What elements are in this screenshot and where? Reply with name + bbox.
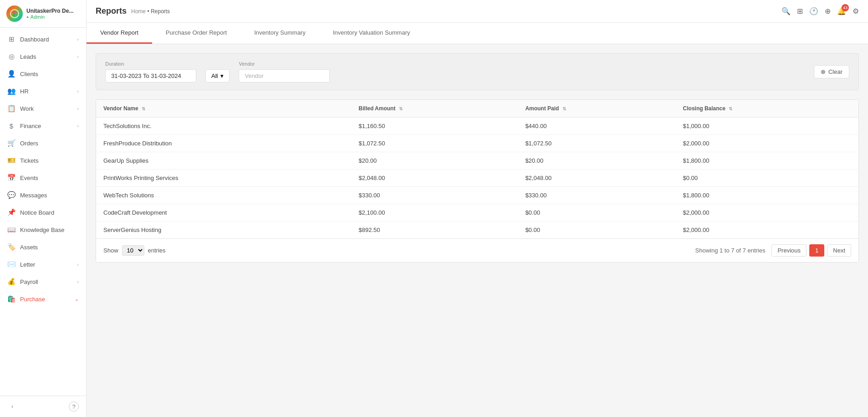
sidebar-item-notice-board[interactable]: 📌 Notice Board (0, 204, 86, 221)
cell-billed-amount: $330.00 (352, 187, 518, 204)
cell-amount-paid: $0.00 (518, 204, 675, 221)
tab-inventory-summary[interactable]: Inventory Summary (240, 23, 319, 44)
sidebar-item-assets[interactable]: 🏷️ Assets (0, 238, 86, 256)
sidebar-item-label-hr: HR (20, 88, 29, 95)
sort-icon-vendor-name: ⇅ (142, 106, 145, 111)
orders-icon: 🛒 (7, 139, 15, 147)
help-icon[interactable]: ? (69, 402, 79, 412)
col-billed-amount[interactable]: Billed Amount ⇅ (352, 100, 518, 118)
cell-closing-balance: $1,000.00 (676, 118, 858, 135)
clients-icon: 👤 (7, 70, 15, 78)
events-icon: 📅 (7, 174, 15, 182)
sidebar-item-label-dashboard: Dashboard (20, 36, 49, 43)
sort-icon-amount-paid: ⇅ (562, 106, 566, 111)
sidebar-item-label-tickets: Tickets (20, 157, 39, 164)
duration-input[interactable]: 31-03-2023 To 31-03-2024 (105, 69, 196, 82)
sidebar-item-label-messages: Messages (20, 192, 47, 199)
vendor-table: Vendor Name ⇅ Billed Amount ⇅ Amount Pai… (96, 100, 858, 238)
cell-vendor-name: WebTech Solutions (96, 187, 352, 204)
chevron-icon-work: › (77, 106, 79, 111)
sidebar-item-leads[interactable]: ◎ Leads › (0, 48, 86, 65)
sidebar-item-orders[interactable]: 🛒 Orders (0, 134, 86, 152)
search-icon[interactable]: 🔍 (781, 7, 791, 15)
topbar: Reports Home • Reports 🔍 ⊞ 🕐 ⊕ 🔔 43 ⚙ (87, 0, 868, 23)
logo-icon (6, 5, 23, 22)
app-logo: UnitaskerPro De... Admin (0, 0, 86, 28)
tickets-icon: 🎫 (7, 156, 15, 165)
cell-amount-paid: $20.00 (518, 152, 675, 170)
grid-icon[interactable]: ⊞ (797, 7, 803, 15)
chevron-icon-letter: › (77, 262, 79, 267)
clear-x-icon: ⊗ (821, 68, 826, 75)
tab-inventory-valuation-summary[interactable]: Inventory Valuation Summary (319, 23, 424, 44)
sidebar-item-work[interactable]: 📋 Work › (0, 100, 86, 117)
notification-icon[interactable]: 🔔 43 (837, 7, 846, 15)
collapse-sidebar-button[interactable]: ‹ (7, 402, 17, 412)
clear-button[interactable]: ⊗ Clear (814, 65, 849, 78)
current-page-button[interactable]: 1 (809, 244, 824, 257)
table-row: CodeCraft Development $2,100.00 $0.00 $2… (96, 204, 858, 221)
breadcrumb-home[interactable]: Home (131, 8, 146, 15)
entries-per-page-select[interactable]: 10 25 50 (122, 245, 144, 256)
sidebar-item-label-payroll: Payroll (20, 278, 38, 285)
sidebar-item-finance[interactable]: $ Finance › (0, 117, 86, 134)
show-entries: Show 10 25 50 entries (103, 245, 166, 256)
sidebar-item-tickets[interactable]: 🎫 Tickets (0, 152, 86, 169)
messages-icon: 💬 (7, 191, 15, 199)
col-vendor-name[interactable]: Vendor Name ⇅ (96, 100, 352, 118)
tab-purchase-order-report[interactable]: Purchase Order Report (152, 23, 240, 44)
sidebar-item-label-finance: Finance (20, 123, 41, 129)
purchase-icon: 🛍️ (7, 295, 15, 303)
sidebar-item-letter[interactable]: ✉️ Letter › (0, 256, 86, 273)
cell-amount-paid: $1,072.50 (518, 135, 675, 152)
chevron-icon-purchase: ⌄ (75, 296, 79, 302)
cell-vendor-name: GearUp Supplies (96, 152, 352, 170)
sidebar-item-label-notice-board: Notice Board (20, 209, 54, 216)
dropdown-arrow-icon: ▾ (220, 72, 224, 79)
table-row: WebTech Solutions $330.00 $330.00 $1,800… (96, 187, 858, 204)
filter-bar: Duration 31-03-2023 To 31-03-2024 All ▾ … (96, 53, 859, 90)
col-amount-paid[interactable]: Amount Paid ⇅ (518, 100, 675, 118)
cell-vendor-name: PrintWorks Printing Services (96, 170, 352, 187)
sort-icon-closing-balance: ⇅ (729, 106, 732, 111)
previous-button[interactable]: Previous (771, 244, 807, 257)
chevron-icon-dashboard: › (77, 36, 79, 42)
plus-icon[interactable]: ⊕ (825, 7, 831, 15)
settings-icon[interactable]: ⚙ (853, 7, 859, 15)
vendor-input[interactable]: Vendor (239, 69, 330, 82)
sidebar-item-messages[interactable]: 💬 Messages (0, 186, 86, 204)
col-closing-balance[interactable]: Closing Balance ⇅ (676, 100, 858, 118)
cell-closing-balance: $1,800.00 (676, 187, 858, 204)
cell-closing-balance: $2,000.00 (676, 135, 858, 152)
table-row: PrintWorks Printing Services $2,048.00 $… (96, 170, 858, 187)
sidebar-item-hr[interactable]: 👥 HR › (0, 82, 86, 100)
sidebar-item-dashboard[interactable]: ⊞ Dashboard › (0, 31, 86, 48)
clock-icon[interactable]: 🕐 (809, 7, 818, 15)
sidebar-item-label-work: Work (20, 105, 34, 112)
table-header: Vendor Name ⇅ Billed Amount ⇅ Amount Pai… (96, 100, 858, 118)
sidebar-item-knowledge-base[interactable]: 📖 Knowledge Base (0, 221, 86, 238)
sidebar-footer: ‹ ? (0, 396, 86, 417)
chevron-icon-leads: › (77, 54, 79, 59)
vendor-table-container: Vendor Name ⇅ Billed Amount ⇅ Amount Pai… (96, 99, 859, 263)
cell-closing-balance: $2,000.00 (676, 221, 858, 239)
all-dropdown-group: All ▾ (205, 69, 230, 82)
sidebar-item-payroll[interactable]: 💰 Payroll › (0, 273, 86, 290)
next-button[interactable]: Next (827, 244, 851, 257)
notification-badge: 43 (842, 4, 849, 11)
cell-vendor-name: FreshProduce Distribution (96, 135, 352, 152)
sort-icon-billed-amount: ⇅ (399, 106, 403, 111)
tab-vendor-report[interactable]: Vendor Report (87, 23, 152, 44)
page-title: Reports (96, 6, 127, 16)
report-body: Duration 31-03-2023 To 31-03-2024 All ▾ … (87, 44, 868, 272)
table-body: TechSolutions Inc. $1,160.50 $440.00 $1,… (96, 118, 858, 239)
sidebar-item-label-events: Events (20, 175, 38, 181)
sidebar-item-purchase[interactable]: 🛍️ Purchase ⌄ (0, 290, 86, 308)
cell-vendor-name: CodeCraft Development (96, 204, 352, 221)
all-dropdown[interactable]: All ▾ (205, 69, 230, 82)
table-row: FreshProduce Distribution $1,072.50 $1,0… (96, 135, 858, 152)
chevron-icon-payroll: › (77, 279, 79, 284)
sidebar-item-clients[interactable]: 👤 Clients (0, 65, 86, 82)
sidebar-item-events[interactable]: 📅 Events (0, 169, 86, 186)
notice-board-icon: 📌 (7, 208, 15, 216)
